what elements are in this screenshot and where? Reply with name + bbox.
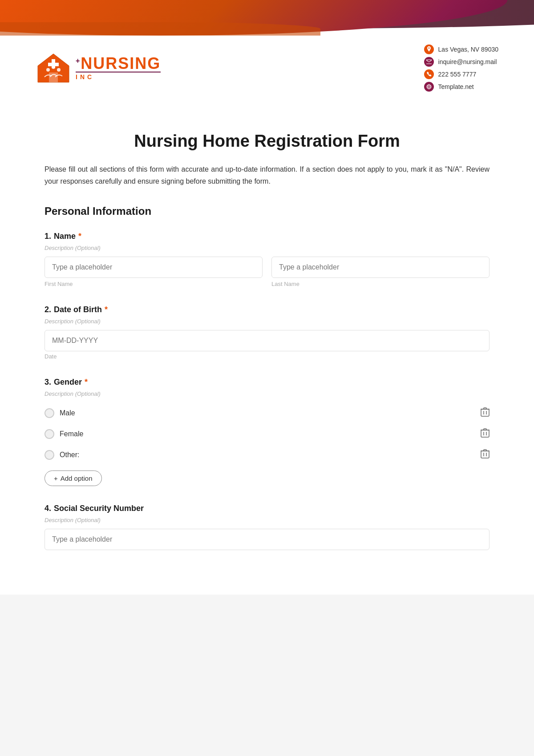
name-field-labels: First Name Last Name bbox=[44, 281, 490, 287]
gender-female-label: Female bbox=[60, 430, 83, 438]
contact-address: Las Vegas, NV 89030 bbox=[424, 44, 498, 54]
add-option-button[interactable]: + Add option bbox=[44, 470, 102, 486]
main-content: Nursing Home Registration Form Please fi… bbox=[0, 105, 534, 595]
dob-field-label: Date bbox=[44, 353, 490, 360]
contact-info: Las Vegas, NV 89030 inquire@nursing.mail… bbox=[424, 44, 498, 92]
question-1-label: 1. Name * bbox=[44, 232, 490, 241]
required-star-2: * bbox=[105, 305, 108, 314]
question-2-dob: 2. Date of Birth * Description (Optional… bbox=[44, 305, 490, 360]
header-banner bbox=[0, 0, 534, 36]
gender-option-other: Other: bbox=[44, 444, 490, 465]
last-name-label: Last Name bbox=[271, 281, 490, 287]
question-4-desc: Description (Optional) bbox=[44, 517, 490, 523]
question-3-gender: 3. Gender * Description (Optional) Male bbox=[44, 378, 490, 486]
contact-email: inquire@nursing.mail bbox=[424, 57, 498, 67]
gender-other-label: Other: bbox=[60, 451, 79, 459]
gender-male-label: Male bbox=[60, 409, 75, 417]
dob-input[interactable] bbox=[44, 330, 490, 351]
required-star-1: * bbox=[78, 232, 81, 241]
delete-male-icon[interactable] bbox=[481, 407, 490, 419]
form-description: Please fill out all sections of this for… bbox=[44, 163, 490, 187]
svg-rect-25 bbox=[481, 451, 489, 458]
location-icon bbox=[424, 44, 434, 54]
contact-phone: 222 555 7777 bbox=[424, 69, 498, 79]
name-input-row bbox=[44, 257, 490, 278]
question-4-ssn: 4. Social Security Number Description (O… bbox=[44, 504, 490, 550]
question-2-desc: Description (Optional) bbox=[44, 318, 490, 325]
radio-other[interactable] bbox=[44, 450, 54, 460]
question-1-desc: Description (Optional) bbox=[44, 245, 490, 251]
last-name-input[interactable] bbox=[271, 257, 490, 278]
svg-rect-11 bbox=[481, 409, 489, 416]
question-1-name: 1. Name * Description (Optional) First N… bbox=[44, 232, 490, 287]
gender-option-male: Male bbox=[44, 402, 490, 423]
nursing-logo-icon bbox=[36, 50, 71, 86]
question-3-desc: Description (Optional) bbox=[44, 390, 490, 397]
header-content: +NURSING INC Las Vegas, NV 89030 bbox=[0, 36, 534, 96]
svg-rect-1 bbox=[49, 72, 58, 82]
phone-icon bbox=[424, 69, 434, 79]
radio-male[interactable] bbox=[44, 408, 54, 418]
question-4-label: 4. Social Security Number bbox=[44, 504, 490, 513]
add-icon: + bbox=[54, 475, 58, 482]
svg-point-4 bbox=[46, 68, 50, 72]
first-name-input[interactable] bbox=[44, 257, 263, 278]
logo-text: +NURSING INC bbox=[76, 56, 161, 80]
question-3-label: 3. Gender * bbox=[44, 378, 490, 387]
form-title: Nursing Home Registration Form bbox=[44, 132, 490, 151]
logo-area: +NURSING INC bbox=[36, 50, 161, 86]
required-star-3: * bbox=[85, 378, 88, 387]
web-icon bbox=[424, 82, 434, 92]
svg-point-6 bbox=[57, 68, 61, 72]
header: +NURSING INC Las Vegas, NV 89030 bbox=[0, 0, 534, 105]
svg-rect-18 bbox=[481, 430, 489, 437]
email-icon bbox=[424, 57, 434, 67]
first-name-label: First Name bbox=[44, 281, 263, 287]
radio-female[interactable] bbox=[44, 429, 54, 439]
delete-other-icon[interactable] bbox=[481, 449, 490, 461]
question-2-label: 2. Date of Birth * bbox=[44, 305, 490, 314]
ssn-input[interactable] bbox=[44, 529, 490, 550]
contact-website: Template.net bbox=[424, 82, 498, 92]
banner-wave-light bbox=[0, 22, 320, 36]
delete-female-icon[interactable] bbox=[481, 428, 490, 440]
svg-point-5 bbox=[52, 65, 55, 69]
gender-option-female: Female bbox=[44, 423, 490, 444]
logo-inc-text: INC bbox=[76, 72, 161, 80]
logo-nursing-text: +NURSING bbox=[76, 56, 161, 72]
section-personal-title: Personal Information bbox=[44, 205, 490, 217]
logo-plus: + bbox=[76, 57, 81, 64]
